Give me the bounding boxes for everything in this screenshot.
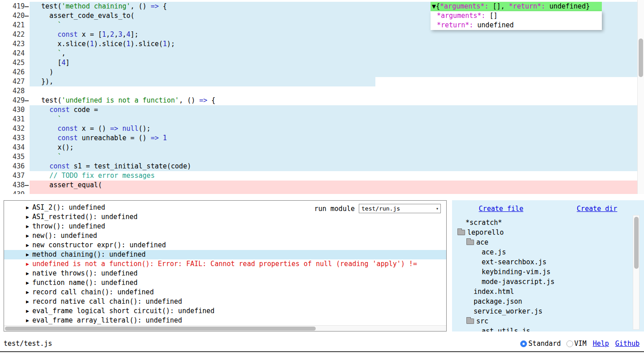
line-number[interactable]: 425 <box>0 58 30 68</box>
code-line-body[interactable]: const s1 = test_initial_state(code) <box>30 162 644 171</box>
line-number[interactable]: 437 <box>0 171 30 181</box>
file-tree-item[interactable]: package.json <box>452 297 644 306</box>
code-line-body[interactable] <box>30 190 644 194</box>
test-result-row[interactable]: ▶throw(): undefined <box>4 222 446 231</box>
github-link[interactable]: Github <box>615 336 640 351</box>
filetree-vertical-scrollbar[interactable] <box>633 215 640 330</box>
radio-vim[interactable] <box>566 340 573 347</box>
create-file-link[interactable]: Create file <box>479 204 523 214</box>
file-tree-item[interactable]: keybinding-vim.js <box>452 267 644 277</box>
line-number[interactable]: 424 <box>0 49 30 58</box>
test-result-row[interactable]: ▶new(): undefined <box>4 231 446 241</box>
mode-label[interactable]: VIM <box>574 336 587 351</box>
file-tree-item[interactable]: src <box>452 316 644 326</box>
file-tree-item[interactable]: ext-searchbox.js <box>452 257 644 267</box>
line-number[interactable]: 423 <box>0 39 30 49</box>
create-dir-link[interactable]: Create dir <box>577 204 617 214</box>
value-tooltip-entry[interactable]: *return*: undefined <box>431 21 602 30</box>
test-result-row[interactable]: ▶eval_frame array_literal(): undefined <box>4 316 446 325</box>
test-result-row[interactable]: ▶method chaining(): undefined <box>4 250 446 259</box>
code-line-body[interactable]: assert_equal( <box>30 181 644 190</box>
code-line-body[interactable]: test('undefined is not a function', () =… <box>30 96 644 105</box>
code-line-body[interactable]: // TODO fix error messages <box>30 171 644 181</box>
code-line-body[interactable]: `, <box>30 49 644 58</box>
expand-triangle-icon[interactable]: ▶ <box>26 288 32 297</box>
code-line-body[interactable]: const x = [1,2,3,4]; <box>30 30 644 39</box>
mode-label[interactable]: Standard <box>528 336 561 351</box>
results-horizontal-scrollbar[interactable] <box>4 325 446 331</box>
test-result-row[interactable]: ▶record call chain(): undefined <box>4 288 446 297</box>
line-number[interactable]: 421 <box>0 21 30 30</box>
code-line[interactable]: 422 const x = [1,2,3,4]; <box>0 30 644 39</box>
expand-triangle-icon[interactable]: ▶ <box>26 212 32 222</box>
line-number[interactable]: 435 <box>0 152 30 162</box>
code-line[interactable]: 438 assert_equal( <box>0 181 644 190</box>
code-line-body[interactable]: x.slice(1).slice(1).slice(1); <box>30 39 644 49</box>
line-number[interactable]: 422 <box>0 30 30 39</box>
line-number[interactable]: 432 <box>0 124 30 133</box>
fold-marker-icon[interactable] <box>25 6 29 7</box>
line-number[interactable]: 419 <box>0 2 30 11</box>
run-module-select[interactable]: test/run.js ▾ <box>359 204 441 213</box>
line-number[interactable]: 426 <box>0 68 30 77</box>
line-number[interactable]: 420 <box>0 11 30 21</box>
line-number[interactable]: 439 <box>0 190 30 194</box>
expand-triangle-icon[interactable]: ▶ <box>26 297 32 306</box>
line-number[interactable]: 429 <box>0 96 30 105</box>
code-line[interactable]: 428 <box>0 86 644 96</box>
file-tree-item[interactable]: leporello <box>452 228 644 237</box>
code-line-body[interactable] <box>30 86 644 96</box>
expand-triangle-icon[interactable]: ▶ <box>26 241 32 250</box>
expand-triangle-icon[interactable]: ▶ <box>26 203 32 212</box>
code-line-body[interactable]: const code = <box>30 105 644 115</box>
scrollbar-thumb[interactable] <box>639 39 643 77</box>
file-tree-item[interactable]: *scratch* <box>452 218 644 228</box>
expand-triangle-icon[interactable]: ▶ <box>26 269 32 278</box>
line-number[interactable]: 430 <box>0 105 30 115</box>
code-line[interactable]: 436 const s1 = test_initial_state(code) <box>0 162 644 171</box>
file-tree-item[interactable]: ast_utils.js <box>452 326 644 331</box>
code-line-body[interactable]: const x = () => null(); <box>30 124 644 133</box>
mode-option-standard[interactable]: Standard <box>520 336 561 351</box>
code-line[interactable]: 427 }), <box>0 77 644 86</box>
code-line[interactable]: 430 const code = <box>0 105 644 115</box>
code-line-body[interactable]: ) <box>30 68 644 77</box>
file-tree-item[interactable]: index.html <box>452 287 644 297</box>
line-number[interactable]: 431 <box>0 115 30 124</box>
line-number[interactable]: 433 <box>0 133 30 143</box>
line-number[interactable]: 434 <box>0 143 30 152</box>
value-tooltip-header[interactable]: ▼{*arguments*: [], *return*: undefined} <box>431 2 602 11</box>
code-line[interactable]: 425 [4] <box>0 58 644 68</box>
help-link[interactable]: Help <box>593 336 609 351</box>
code-line[interactable]: 439 <box>0 190 644 194</box>
radio-standard[interactable] <box>520 340 527 347</box>
expand-triangle-icon[interactable]: ▶ <box>26 222 32 231</box>
code-line[interactable]: 437 // TODO fix error messages <box>0 171 644 181</box>
expand-triangle-icon[interactable]: ▶ <box>26 259 32 269</box>
test-result-row[interactable]: ▶ASI_restrited(): undefined <box>4 212 446 222</box>
code-line[interactable]: 429 test('undefined is not a function', … <box>0 96 644 105</box>
test-result-row[interactable]: ▶eval_frame logical short circuit(): und… <box>4 306 446 316</box>
mode-option-vim[interactable]: VIM <box>566 336 587 351</box>
test-result-row[interactable]: ▶function name(): undefined <box>4 278 446 288</box>
test-result-row[interactable]: ▶new constructor expr(): undefined <box>4 241 446 250</box>
file-tree-item[interactable]: mode-javascript.js <box>452 277 644 287</box>
fold-marker-icon[interactable] <box>25 16 29 17</box>
expand-triangle-icon[interactable]: ▶ <box>26 278 32 288</box>
expand-triangle-icon[interactable]: ▶ <box>26 250 32 259</box>
code-line-body[interactable]: ` <box>30 115 644 124</box>
test-result-row[interactable]: ▶native throws(): undefined <box>4 269 446 278</box>
code-editor[interactable]: 419 test('method chaining', () => {420 a… <box>0 0 644 194</box>
expand-triangle-icon[interactable]: ▶ <box>26 306 32 316</box>
code-line[interactable]: 424 `, <box>0 49 644 58</box>
code-line-body[interactable]: x(); <box>30 143 644 152</box>
code-line[interactable]: 432 const x = () => null(); <box>0 124 644 133</box>
code-line[interactable]: 435 ` <box>0 152 644 162</box>
file-tree-item[interactable]: ace <box>452 237 644 247</box>
file-tree-item[interactable]: ace.js <box>452 247 644 257</box>
test-result-row[interactable]: ▶undefined is not a function(): Error: F… <box>4 259 446 269</box>
expand-triangle-icon[interactable]: ▶ <box>26 231 32 241</box>
fold-marker-icon[interactable] <box>25 185 29 186</box>
line-number[interactable]: 438 <box>0 181 30 190</box>
code-line-body[interactable]: }), <box>30 77 644 86</box>
